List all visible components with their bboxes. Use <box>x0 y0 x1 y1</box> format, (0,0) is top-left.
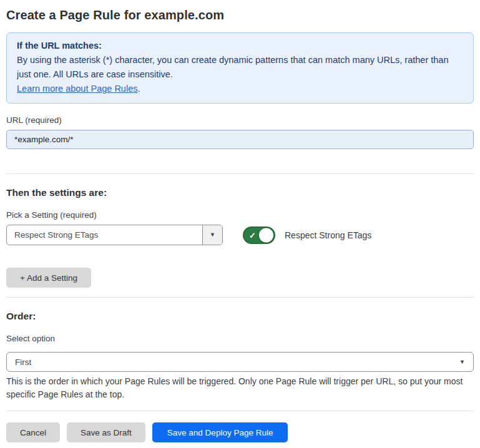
divider <box>6 297 474 298</box>
order-section-heading: Order: <box>6 311 474 322</box>
divider <box>6 411 474 411</box>
order-select[interactable]: First ▼ <box>6 352 474 372</box>
info-box-heading: If the URL matches: <box>17 39 463 53</box>
footer-actions: Cancel Save as Draft Save and Deploy Pag… <box>6 422 474 448</box>
chevron-down-icon: ▼ <box>210 232 215 238</box>
order-select-label: Select option <box>6 334 474 343</box>
divider <box>6 173 474 174</box>
setting-row: Respect Strong ETags ▼ ✓ Respect Strong … <box>6 225 474 245</box>
order-help-text: This is the order in which your Page Rul… <box>6 375 471 401</box>
add-setting-button[interactable]: + Add a Setting <box>6 268 91 288</box>
setting-toggle-label: Respect Strong ETags <box>285 230 371 240</box>
setting-select[interactable]: Respect Strong ETags ▼ <box>6 225 223 245</box>
setting-select-caret-button[interactable]: ▼ <box>202 225 222 245</box>
check-icon: ✓ <box>249 231 256 239</box>
save-draft-button[interactable]: Save as Draft <box>67 422 145 442</box>
info-box-body: By using the asterisk (*) character, you… <box>17 53 463 82</box>
url-field-label: URL (required) <box>6 115 474 125</box>
order-select-value: First <box>15 358 31 367</box>
cancel-button[interactable]: Cancel <box>6 422 60 442</box>
info-box-link-line: Learn more about Page Rules. <box>17 82 463 96</box>
setting-select-value: Respect Strong ETags <box>7 225 202 245</box>
url-input[interactable] <box>6 130 474 149</box>
learn-more-link[interactable]: Learn more about Page Rules <box>17 84 137 94</box>
chevron-down-icon: ▼ <box>459 359 465 365</box>
link-period: . <box>137 84 140 94</box>
page-title: Create a Page Rule for example.com <box>6 8 474 22</box>
setting-picker-label: Pick a Setting (required) <box>6 210 474 220</box>
save-deploy-button[interactable]: Save and Deploy Page Rule <box>152 422 288 442</box>
url-match-info-box: If the URL matches: By using the asteris… <box>6 32 474 104</box>
setting-toggle[interactable]: ✓ <box>243 226 275 244</box>
toggle-knob <box>259 228 273 242</box>
settings-section-heading: Then the settings are: <box>6 187 474 198</box>
